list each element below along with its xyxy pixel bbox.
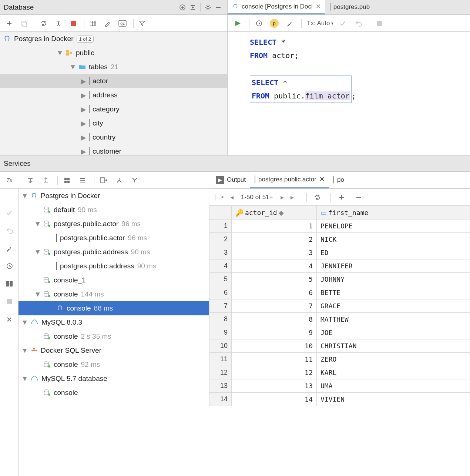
grid-small-icon[interactable]	[61, 174, 73, 187]
tree-tables-folder[interactable]: ▼ tables 21	[0, 60, 227, 74]
sync-icon[interactable]	[52, 17, 65, 30]
tree-schema[interactable]: ▼ public	[0, 46, 227, 60]
cell-first-name[interactable]: PENELOPE	[317, 219, 470, 233]
rollback-icon[interactable]	[352, 17, 365, 30]
check-icon[interactable]	[4, 207, 15, 218]
table-row[interactable]: 9 9 JOE	[209, 326, 470, 339]
services-tree-item[interactable]: postgres.public.address90 ms	[19, 259, 209, 273]
new-icon[interactable]	[3, 17, 16, 30]
stop-icon[interactable]	[67, 17, 80, 30]
editor-tab[interactable]: postgres.pub	[325, 0, 374, 14]
services-tree-item[interactable]: console_1	[19, 273, 209, 287]
table-row[interactable]: 10 10 CHRISTIAN	[209, 339, 470, 353]
chevron-right-icon[interactable]: ▶	[81, 78, 86, 84]
services-tree-item[interactable]: ▼postgres.public.actor96 ms	[19, 217, 209, 231]
services-tree-item[interactable]: ▼postgres.public.address90 ms	[19, 245, 209, 259]
commit-icon[interactable]	[336, 17, 349, 30]
run-icon[interactable]	[231, 17, 244, 30]
tree-table-item[interactable]: ▶ customer	[0, 144, 227, 155]
cell-actor-id[interactable]: 6	[232, 286, 317, 299]
chevron-right-icon[interactable]: ▶	[81, 135, 86, 140]
cell-actor-id[interactable]: 9	[232, 326, 317, 339]
cell-actor-id[interactable]: 3	[232, 246, 317, 259]
services-tree-item[interactable]: ▼Docker SQL Server	[19, 343, 209, 358]
tx-icon[interactable]: Tx	[3, 174, 16, 187]
cell-first-name[interactable]: KARL	[317, 366, 470, 379]
reload-icon[interactable]	[311, 191, 324, 204]
layout-icon[interactable]	[4, 278, 15, 289]
chevron-down-icon[interactable]: ▼	[35, 221, 40, 227]
cell-first-name[interactable]: GRACE	[317, 299, 470, 313]
table-view-icon[interactable]	[87, 17, 99, 30]
cell-first-name[interactable]: JENNIFER	[317, 259, 470, 273]
cell-actor-id[interactable]: 8	[232, 313, 317, 326]
column-header-first-name[interactable]: ▭first_name	[317, 206, 470, 219]
cell-first-name[interactable]: MATTHEW	[317, 313, 470, 326]
chevron-down-icon[interactable]: ▼	[70, 64, 75, 70]
cell-actor-id[interactable]: 7	[232, 299, 317, 313]
filter-icon[interactable]	[136, 17, 148, 30]
table-row[interactable]: 13 13 UMA	[209, 379, 470, 393]
refresh-icon[interactable]	[37, 17, 50, 30]
cell-actor-id[interactable]: 12	[232, 366, 317, 379]
table-row[interactable]: 5 5 JOHNNY	[209, 273, 470, 286]
services-tree-item[interactable]: console2 s 35 ms	[19, 329, 209, 343]
split-icon[interactable]	[188, 2, 198, 13]
next-page-icon[interactable]: ▸	[278, 193, 286, 201]
chevron-down-icon[interactable]: ▼	[22, 320, 27, 325]
editor-tab[interactable]: console [Postgres in Docl✕	[228, 0, 325, 14]
add-target-icon[interactable]	[177, 2, 188, 13]
chevron-right-icon[interactable]: ▶	[81, 93, 86, 98]
cell-first-name[interactable]: ZERO	[317, 353, 470, 366]
merge-icon[interactable]	[128, 174, 141, 187]
stop-icon[interactable]	[4, 296, 15, 307]
history-icon[interactable]	[252, 17, 265, 30]
cell-first-name[interactable]: CHRISTIAN	[317, 339, 470, 353]
chevron-right-icon[interactable]: ▶	[81, 107, 86, 112]
results-tab[interactable]: po	[329, 171, 349, 188]
table-row[interactable]: 7 7 GRACE	[209, 299, 470, 313]
last-page-icon[interactable]: ▸⎸	[288, 193, 302, 201]
expand-all-icon[interactable]	[24, 174, 37, 187]
tree-table-item[interactable]: ▶ address	[0, 88, 227, 102]
gear-icon[interactable]	[203, 2, 213, 13]
services-tree-item[interactable]: console88 ms	[19, 301, 209, 315]
table-row[interactable]: 8 8 MATTHEW	[209, 313, 470, 326]
ql-icon[interactable]: QL	[116, 17, 129, 30]
table-row[interactable]: 11 11 ZERO	[209, 353, 470, 366]
cell-actor-id[interactable]: 5	[232, 273, 317, 286]
table-row[interactable]: 6 6 BETTE	[209, 286, 470, 299]
services-tree-item[interactable]: ▼console144 ms	[19, 287, 209, 301]
collapse-all-icon[interactable]	[40, 174, 52, 187]
cell-first-name[interactable]: NICK	[317, 233, 470, 246]
table-row[interactable]: 12 12 KARL	[209, 366, 470, 379]
chevron-right-icon[interactable]: ▶	[81, 121, 86, 126]
remove-row-icon[interactable]	[352, 191, 365, 204]
chevron-down-icon[interactable]: ▼	[22, 376, 27, 381]
close-icon[interactable]	[4, 314, 15, 325]
cell-actor-id[interactable]: 10	[232, 339, 317, 353]
tree-table-item[interactable]: ▶ city	[0, 116, 227, 130]
table-row[interactable]: 1 1 PENELOPE	[209, 219, 470, 233]
services-tree-item[interactable]: ▼MySQL 8.0.3	[19, 315, 209, 329]
tree-table-item[interactable]: ▶ actor	[0, 74, 227, 88]
chevron-down-icon[interactable]: ▼	[22, 193, 27, 198]
results-tab[interactable]: postgres.public.actor✕	[250, 171, 329, 188]
cell-first-name[interactable]: JOE	[317, 326, 470, 339]
sql-editor[interactable]: SELECT * FROM actor; SELECT * FROM publi…	[228, 32, 470, 155]
services-tree-item[interactable]: console	[19, 386, 209, 400]
cell-actor-id[interactable]: 14	[232, 393, 317, 406]
list-icon[interactable]	[76, 174, 89, 187]
chevron-down-icon[interactable]: ▼	[57, 50, 63, 56]
stop-icon[interactable]	[373, 17, 386, 30]
add-row-icon[interactable]	[335, 191, 348, 204]
close-tab-icon[interactable]: ✕	[319, 175, 325, 183]
results-tab[interactable]: ▶Output	[211, 171, 250, 188]
cell-actor-id[interactable]: 11	[232, 353, 317, 366]
cell-actor-id[interactable]: 4	[232, 259, 317, 273]
tree-table-item[interactable]: ▶ country	[0, 130, 227, 144]
cell-first-name[interactable]: ED	[317, 246, 470, 259]
copy-icon[interactable]	[18, 17, 30, 30]
edit-icon[interactable]	[101, 17, 114, 30]
services-tree-item[interactable]: ▼MySQL 5.7 database	[19, 372, 209, 386]
